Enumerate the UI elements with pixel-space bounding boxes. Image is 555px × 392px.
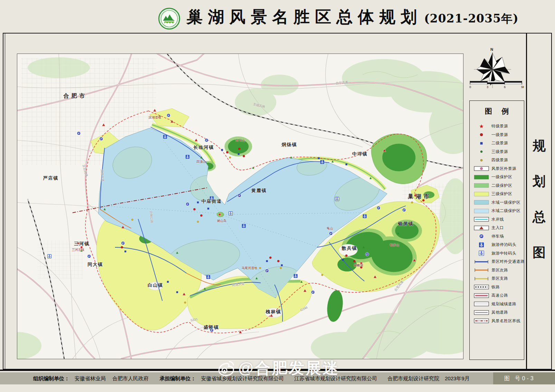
- transfer-dock-icon: [48, 255, 51, 258]
- legend-item: 主入口: [473, 225, 524, 230]
- parking-icon: P: [402, 208, 406, 212]
- svg-text:P: P: [403, 209, 405, 212]
- grade2-scenic-icon: [357, 264, 358, 266]
- grade1-scenic-icon: [193, 208, 195, 210]
- sheet-title-vertical: 规划总图: [527, 137, 551, 261]
- grade1-scenic-icon: [121, 246, 123, 248]
- parking-icon: P: [77, 132, 80, 135]
- svg-text:P: P: [330, 232, 332, 235]
- grade4-scenic-icon: [321, 274, 323, 276]
- header: 巢湖风景名胜区总体规划 (2021-2035年): [0, 0, 555, 33]
- grade4-scenic-icon: [411, 201, 413, 203]
- bottom-frame-line: [0, 370, 555, 371]
- legend-item-label: 主入口: [491, 225, 504, 230]
- parking-icon: P: [167, 114, 170, 117]
- legend-item-label: 一级保护区: [491, 174, 512, 180]
- parking-icon: P: [205, 138, 208, 142]
- map-area: PPPPPPPPPPPPPPP 合肥市巢湖市严店镇三河镇同大镇白山镇盛桥镇槐林镇…: [17, 54, 463, 359]
- legend-item: 三级保护区: [473, 191, 524, 197]
- grade4-scenic-icon: [229, 156, 231, 158]
- legend-item-label: 停车场: [491, 234, 504, 239]
- svg-text:P: P: [266, 269, 268, 273]
- tour-dock-icon: [210, 197, 214, 200]
- grade2-scenic-icon: [418, 197, 420, 199]
- legend-item: 风景区外景源: [473, 166, 524, 171]
- legend-panel: 图 例 特级景源一级景源二级景源三级景源四级景源风景区外景源一级保护区二级保护区…: [469, 101, 524, 360]
- legend-item-label: 一级景源: [491, 132, 508, 137]
- legend-item-label: 旅游中转码头: [491, 251, 516, 256]
- grade2-scenic-icon: [207, 208, 209, 209]
- transfer-dock-icon: [335, 197, 339, 201]
- tour-dock-icon: [186, 155, 190, 159]
- legend-item: 景区次路: [473, 268, 524, 273]
- grade1-scenic-icon: [345, 255, 347, 257]
- frame-inner-line: [5, 34, 5, 369]
- svg-text:P: P: [312, 291, 314, 294]
- legend-item-label: 水岸线: [491, 217, 504, 222]
- grade2-scenic-icon: [197, 201, 199, 203]
- parking-icon: P: [121, 241, 125, 245]
- legend-item: 特级景源: [473, 124, 524, 129]
- grade1-scenic-icon: [269, 257, 271, 259]
- legend-item-label: 三级景源: [491, 149, 508, 154]
- page-title: 巢湖风景名胜区总体规划: [186, 6, 422, 28]
- grade4-scenic-icon: [280, 267, 281, 269]
- org-label: 组织编制单位：: [33, 372, 69, 384]
- svg-text:0: 0: [469, 85, 471, 89]
- undertaker-value: 安徽省城乡规划设计研究院有限公司 江苏省城市规划设计研究院有限公司 合肥市规划设…: [201, 372, 439, 384]
- parking-icon: P: [329, 232, 333, 235]
- legend-item: 一级景源: [473, 132, 524, 137]
- legend-item-label: 水域一级保护区: [491, 200, 520, 205]
- legend-item-label: 其他道路: [491, 310, 508, 315]
- parking-icon: P: [365, 252, 369, 256]
- grade1-scenic-icon: [277, 260, 279, 262]
- date-label: 2023年9月: [445, 372, 470, 384]
- svg-text:P: P: [480, 235, 482, 238]
- legend-item: 铁路: [473, 285, 524, 290]
- grade2-scenic-icon: [281, 264, 283, 266]
- legend-item: 水域一级保护区: [473, 200, 524, 205]
- svg-text:P: P: [366, 253, 368, 256]
- tour-dock-icon: [363, 214, 367, 218]
- grade4-scenic-icon: [259, 267, 261, 269]
- sheet-title-strip: 规划总图: [527, 34, 551, 369]
- grade1-scenic-icon: [422, 199, 424, 201]
- parking-icon: P: [87, 255, 91, 258]
- legend-item: 旅游中转码头: [473, 251, 524, 256]
- plan-sheet: 巢湖风景名胜区总体规划 (2021-2035年): [0, 0, 555, 392]
- legend-item: 三级景源: [473, 149, 524, 154]
- grade2-scenic-icon: [345, 163, 347, 165]
- legend-item-label: 三级保护区: [491, 191, 512, 197]
- sheet-title-char: 图: [533, 244, 546, 261]
- svg-text:P: P: [88, 255, 90, 258]
- svg-text:P: P: [78, 132, 79, 135]
- sheet-frame: PPPPPPPPPPPPPPP 合肥市巢湖市严店镇三河镇同大镇白山镇盛桥镇槐林镇…: [3, 33, 552, 370]
- grade2-scenic-icon: [342, 259, 344, 260]
- parking-icon: P: [186, 202, 189, 206]
- legend-item-label: 二级保护区: [491, 183, 512, 188]
- grade1-scenic-icon: [200, 214, 202, 217]
- parking-icon: P: [265, 269, 269, 273]
- sheet-title-char: 总: [533, 208, 546, 226]
- figure-number: 图 号0-3: [504, 372, 535, 384]
- legend-item: 风景名胜区界线: [473, 318, 524, 324]
- legend-item: 其他道路: [473, 310, 524, 315]
- grade2-scenic-icon: [167, 281, 169, 283]
- grade2-scenic-icon: [318, 157, 319, 159]
- legend-item: 二级景源: [473, 141, 524, 146]
- legend-item-label: 景区次路: [491, 268, 508, 273]
- grade2-scenic-icon: [238, 153, 239, 155]
- legend-item: 景区支路: [473, 276, 524, 281]
- grade2-scenic-icon: [176, 291, 178, 293]
- tour-dock-icon: [294, 274, 298, 278]
- svg-text:P: P: [168, 114, 169, 117]
- legend-item-label: 景区支路: [491, 276, 508, 281]
- parking-icon: P: [210, 328, 213, 332]
- grade4-scenic-icon: [131, 219, 133, 220]
- undertaker-label: 承担编制单位：: [160, 372, 196, 384]
- grade1-scenic-icon: [360, 266, 362, 268]
- grade1-scenic-icon: [226, 151, 228, 153]
- parking-icon: P: [377, 206, 380, 210]
- sheet-title-char: 划: [533, 173, 546, 190]
- grade4-scenic-icon: [184, 302, 186, 303]
